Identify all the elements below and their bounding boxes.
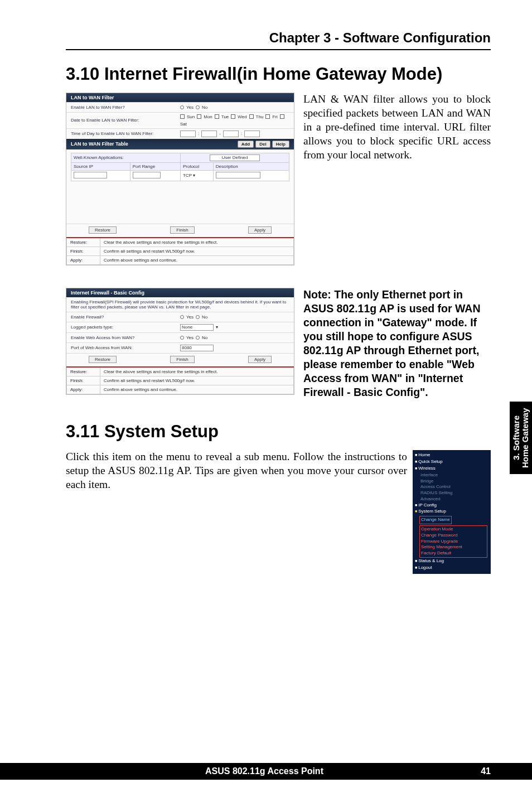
menu-subitem: Interface — [415, 472, 490, 479]
checkbox-icon[interactable] — [180, 114, 185, 119]
apply-button[interactable]: Apply — [248, 356, 272, 363]
port-range-input[interactable] — [133, 172, 161, 178]
port-row: Port of Web Access from WAN: 8080 — [66, 342, 294, 353]
desc-val: Clear the above settings and restore the… — [100, 238, 294, 247]
desc-val: Clear the above settings and restore the… — [100, 367, 294, 376]
time-input[interactable] — [180, 131, 196, 137]
logged-select[interactable]: None — [180, 324, 214, 331]
menu-item-system-setup: System Setup — [415, 509, 490, 515]
filter-table-title: LAN to WAN Filter Table — [71, 141, 128, 147]
del-button[interactable]: Del — [255, 141, 270, 148]
desc-val: Confirm above settings and continue. — [100, 385, 294, 394]
desc-key: Finish: — [67, 376, 100, 385]
desc-key: Apply: — [67, 255, 100, 264]
col-protocol: Protocol — [180, 162, 213, 170]
description-input[interactable] — [216, 172, 260, 178]
footer-page-number: 41 — [463, 766, 491, 776]
desc-key: Restore: — [67, 367, 100, 376]
desc-key: Restore: — [67, 238, 100, 247]
opt-yes: Yes — [186, 335, 194, 340]
day: Sun — [187, 114, 195, 119]
col-port-range: Port Range — [130, 162, 180, 170]
add-button[interactable]: Add — [238, 141, 254, 148]
menu-subitem: Change Password — [421, 533, 486, 539]
chapter-header: Chapter 3 - Software Configuration — [66, 30, 491, 46]
desc-key: Finish: — [67, 247, 100, 255]
time-label: Time of Day to Enable LAN to WAN Filter: — [71, 131, 180, 136]
menu-subitem: Bridge — [415, 479, 490, 485]
checkbox-icon[interactable] — [265, 114, 270, 119]
finish-button[interactable]: Finish — [170, 226, 194, 234]
day: Wed — [238, 114, 246, 119]
enable-row: Enable LAN to WAN Filter? Yes No — [66, 102, 294, 112]
webwan-label: Enable Web Access from WAN? — [71, 335, 180, 340]
filter-apps-table: Well-Known Applications: User Defined So… — [71, 153, 289, 181]
desc-val: Confirm all settings and restart WL500g/… — [100, 247, 294, 255]
date-row: Date to Enable LAN to WAN Filter: Sun Mo… — [66, 112, 294, 128]
time-input[interactable] — [223, 131, 239, 137]
menu-subitem: Factory Default — [421, 550, 486, 557]
time-input[interactable] — [201, 131, 217, 137]
help-button[interactable]: Help — [272, 141, 289, 148]
opt-no: No — [202, 105, 207, 110]
day: Tue — [221, 114, 229, 119]
radio-icon[interactable] — [196, 336, 200, 340]
menu-item: Status & Log — [415, 558, 490, 564]
desc-val: Confirm above settings and continue. — [100, 255, 294, 264]
checkbox-icon[interactable] — [197, 114, 201, 119]
user-defined-select[interactable]: User Defined — [210, 154, 260, 161]
radio-icon[interactable] — [180, 105, 184, 109]
note-text: Note: The only Ethernet port in ASUS 802… — [303, 288, 491, 399]
restore-button[interactable]: Restore — [89, 356, 117, 363]
day: Fri — [272, 114, 277, 119]
menu-boxed-group: Operation Mode Change Password Firmware … — [419, 525, 487, 558]
date-label: Date to Enable LAN to WAN Filter: — [71, 118, 180, 123]
time-row: Time of Day to Enable LAN to WAN Filter:… — [66, 128, 294, 139]
button-desc-table: Restore:Clear the above settings and res… — [66, 237, 294, 265]
source-ip-input[interactable] — [74, 172, 107, 178]
port-input[interactable]: 8080 — [180, 345, 214, 351]
radio-icon[interactable] — [180, 336, 184, 340]
header-rule — [66, 49, 491, 50]
system-setup-menu-thumbnail: Home Quick Setup Wireless Interface Brid… — [413, 450, 491, 573]
menu-item: Wireless — [415, 466, 490, 472]
side-tab-line1: 3. Software — [512, 408, 521, 468]
web-access-wan-row: Enable Web Access from WAN? Yes No — [66, 332, 294, 342]
menu-item: Home — [415, 452, 490, 458]
port-label: Port of Web Access from WAN: — [71, 345, 180, 350]
side-tab-line2: Home Gateway — [521, 408, 530, 468]
apply-button[interactable]: Apply — [248, 226, 272, 234]
checkbox-icon[interactable] — [249, 114, 254, 119]
time-input[interactable] — [244, 131, 260, 137]
day: Sat — [180, 122, 187, 127]
menu-subitem: RADIUS Setting — [415, 490, 490, 496]
day: Thu — [256, 114, 264, 119]
panel-title: Internet Firewall - Basic Config — [66, 288, 294, 297]
protocol-select[interactable]: TCP — [183, 173, 192, 178]
checkbox-icon[interactable] — [231, 114, 235, 119]
checkbox-icon[interactable] — [280, 114, 284, 119]
opt-yes: Yes — [186, 105, 194, 110]
radio-icon[interactable] — [180, 315, 184, 319]
enable-firewall-row: Enable Firewall? Yes No — [66, 312, 294, 322]
menu-subitem: Operation Mode — [421, 526, 486, 533]
desc-key: Apply: — [67, 385, 100, 394]
section-3-10-title: 3.10 Internet Firewall(in Home Gateway M… — [66, 62, 491, 86]
menu-item: Logout — [415, 565, 490, 571]
lan-wan-paragraph: LAN & WAN filter allows you to block spe… — [303, 93, 491, 265]
panel-intro: Enabling Firewall(SPI Firewall) will pro… — [66, 297, 294, 312]
menu-subitem: Advanced — [415, 496, 490, 503]
checkbox-icon[interactable] — [215, 114, 219, 119]
radio-icon[interactable] — [196, 315, 200, 319]
radio-icon[interactable] — [196, 105, 200, 109]
panel-title: LAN to WAN Filter — [66, 93, 294, 102]
restore-button[interactable]: Restore — [89, 226, 117, 234]
side-tab: 3. SoftwareHome Gateway — [510, 402, 532, 474]
opt-no: No — [202, 335, 207, 340]
filter-table-bar: LAN to WAN Filter Table Add Del Help — [66, 139, 294, 149]
finish-button[interactable]: Finish — [170, 356, 194, 363]
section-3-11-paragraph: Click this item on the menu to reveal a … — [66, 450, 407, 492]
internet-firewall-panel: Internet Firewall - Basic Config Enablin… — [66, 288, 294, 395]
menu-subitem: Access Control — [415, 484, 490, 490]
page-footer: ASUS 802.11g Access Point 41 — [0, 763, 532, 780]
